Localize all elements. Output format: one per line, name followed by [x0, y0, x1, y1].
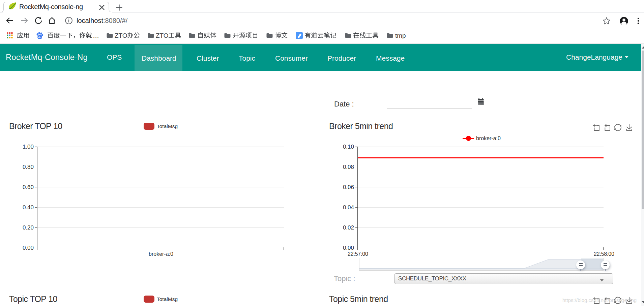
- svg-text:du: du: [38, 36, 42, 39]
